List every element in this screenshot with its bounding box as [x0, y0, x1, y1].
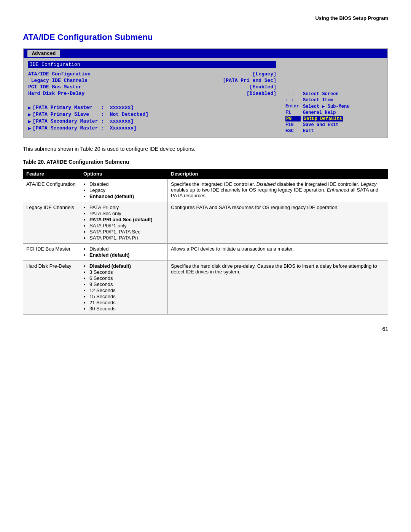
- option-item: 9 Seconds: [89, 281, 164, 287]
- bios-key-row-3: F1 General Help: [285, 110, 383, 115]
- bios-key-row-2: Enter Select ▶ Sub-Menu: [285, 104, 383, 109]
- option-item: Disabled: [89, 181, 164, 187]
- bios-submenu-row-3: ▶ [PATA Secondary Master : Xxxxxxxx]: [28, 125, 276, 131]
- option-item: 21 Seconds: [89, 300, 164, 305]
- table-cell-options-1: PATA Pri onlyPATA Sec onlyPATA PRI and S…: [80, 202, 168, 244]
- table-row-2: PCI IDE Bus MasterDisabledEnabled (defau…: [23, 244, 388, 261]
- table-cell-desc-3: Specifies the hard disk drive pre-delay.…: [168, 261, 388, 315]
- table-cell-feature-0: ATA/IDE Configuration: [23, 179, 80, 202]
- option-item: Legacy: [89, 187, 164, 193]
- option-item: 6 Seconds: [89, 275, 164, 281]
- table-cell-options-2: DisabledEnabled (default): [80, 244, 168, 261]
- table-row-1: Legacy IDE ChannelsPATA Pri onlyPATA Sec…: [23, 202, 388, 244]
- bios-left-panel: IDE Configuration ATA/IDE Configuration …: [24, 58, 281, 137]
- table-title: Table 20. ATA/IDE Configuration Submenu: [23, 159, 388, 165]
- bios-key-row-0: ← → Select Screen: [285, 91, 383, 97]
- option-item: Enhanced (default): [89, 193, 164, 199]
- table-row-0: ATA/IDE ConfigurationDisabledLegacyEnhan…: [23, 179, 388, 202]
- page-title: ATA/IDE Configuration Submenu: [23, 32, 388, 42]
- bios-key-row-4: P9 Setup Defaults: [285, 116, 383, 121]
- bios-key-row-6: ESC Exit: [285, 128, 383, 134]
- option-item: Disabled: [89, 246, 164, 252]
- header-right-text: Using the BIOS Setup Program: [315, 15, 388, 21]
- bios-key-row-1: ↑ ↓ Select Item: [285, 97, 383, 103]
- option-item: PATA Sec only: [89, 211, 164, 216]
- table-cell-feature-2: PCI IDE Bus Master: [23, 244, 80, 261]
- bios-key-help: ← → Select Screen ↑ ↓ Select Item Enter …: [285, 91, 383, 134]
- option-item: Disabled (default): [89, 263, 164, 269]
- option-item: SATA P0/P1 only: [89, 223, 164, 228]
- bios-screen: Advanced IDE Configuration ATA/IDE Confi…: [23, 48, 388, 138]
- description-text: This submenu shown in Table 20 is used t…: [23, 146, 388, 152]
- bios-submenu-row-1: ▶ [PATA Primary Slave : Not Detected]: [28, 112, 276, 118]
- page-number: 61: [23, 326, 388, 332]
- option-item: 12 Seconds: [89, 288, 164, 293]
- option-item: 3 Seconds: [89, 269, 164, 275]
- bios-config-row-1: Legacy IDE Channels [PATA Pri and Sec]: [28, 78, 276, 83]
- table-cell-options-3: Disabled (default)3 Seconds6 Seconds9 Se…: [80, 261, 168, 315]
- table-header-description: Description: [168, 169, 388, 179]
- config-table: Feature Options Description ATA/IDE Conf…: [23, 169, 388, 315]
- option-item: 30 Seconds: [89, 306, 164, 312]
- bios-content: IDE Configuration ATA/IDE Configuration …: [24, 58, 387, 137]
- option-item: PATA Pri only: [89, 204, 164, 210]
- bios-config-row-2: PCI IDE Bus Master [Enabled]: [28, 84, 276, 90]
- table-row-3: Hard Disk Pre-DelayDisabled (default)3 S…: [23, 261, 388, 315]
- table-header-feature: Feature: [23, 169, 80, 179]
- header-right: Using the BIOS Setup Program: [23, 15, 388, 21]
- table-header-options: Options: [80, 169, 168, 179]
- table-cell-desc-0: Specifies the integrated IDE controller.…: [168, 179, 388, 202]
- bios-active-tab: Advanced: [27, 50, 60, 57]
- option-item: SATA P0/P1, PATA Sec: [89, 229, 164, 235]
- table-cell-feature-1: Legacy IDE Channels: [23, 202, 80, 244]
- table-cell-feature-3: Hard Disk Pre-Delay: [23, 261, 80, 315]
- bios-right-panel: ← → Select Screen ↑ ↓ Select Item Enter …: [281, 58, 387, 137]
- bios-config-row-0: ATA/IDE Configuration [Legacy]: [28, 71, 276, 77]
- table-cell-desc-2: Allows a PCI device to initiate a transa…: [168, 244, 388, 261]
- bios-key-row-5: F10 Save and Exit: [285, 122, 383, 128]
- option-item: Enabled (default): [89, 252, 164, 258]
- bios-submenu-row-2: ▶ [PATA Secondary Master : xxxxxxx]: [28, 118, 276, 125]
- table-cell-options-0: DisabledLegacyEnhanced (default): [80, 179, 168, 202]
- bios-config-row-3: Hard Disk Pre-Delay [Disabled]: [28, 91, 276, 96]
- bios-submenu-row-0: ▶ [PATA Primary Master : xxxxxxx]: [28, 105, 276, 111]
- option-item: 15 Seconds: [89, 294, 164, 299]
- option-item: PATA PRI and Sec (default): [89, 217, 164, 222]
- option-item: SATA P0/P1, PATA Pri: [89, 235, 164, 241]
- bios-menu-bar: Advanced: [24, 49, 387, 58]
- table-cell-desc-1: Configures PATA and SATA resources for O…: [168, 202, 388, 244]
- bios-section-title: IDE Configuration: [28, 61, 276, 68]
